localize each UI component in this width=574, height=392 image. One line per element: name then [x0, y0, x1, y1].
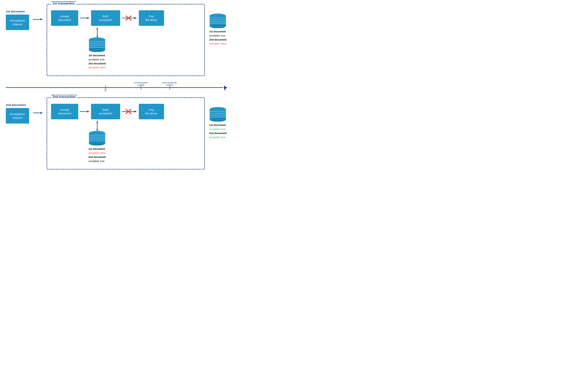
bottom-section: 2nd document Acceptancerequest 2nd trans…: [6, 97, 227, 170]
x-arrow-svg-top: [122, 15, 137, 21]
bottom-db-info: 1st document accepted: false 2nd documen…: [88, 147, 106, 163]
bottom-flow-row: Acceptdocument Bothaccepted?: [51, 104, 200, 119]
arrow-1: [33, 18, 43, 22]
v-arrow-bottom: [94, 121, 100, 131]
accept-document-bottom: Acceptdocument: [51, 104, 78, 119]
both-accepted-top: Bothaccepted?: [91, 10, 120, 26]
bottom-db-container: 1st document accepted: false 2nd documen…: [88, 121, 106, 163]
bottom-right-db: 1st document accepted: true 2nd document…: [209, 107, 227, 139]
top-db-info: 1st document accepted: true 2nd document…: [88, 54, 106, 70]
pay-driver-top: Paythe driver: [139, 10, 164, 26]
db-svg-bottom: [88, 131, 106, 145]
bottom-left: 2nd document Acceptancerequest: [6, 103, 29, 124]
svg-marker-28: [87, 111, 89, 113]
bottom-right-info: 1st document accepted: true 2nd document…: [209, 123, 226, 139]
arrow-3: [33, 111, 43, 116]
top-flow-row: Acceptdocument Bothaccepted?: [51, 10, 200, 26]
db-svg-top-right: [209, 14, 227, 28]
svg-point-45: [210, 117, 226, 122]
svg-marker-5: [134, 17, 137, 19]
v-arrow-top: [94, 28, 100, 38]
svg-point-38: [89, 141, 105, 145]
acceptance-request-bottom: Acceptancerequest: [6, 108, 29, 124]
bottom-doc-label: 2nd document: [6, 103, 26, 106]
bottom-transaction-area: 2nd transaction Acceptdocument Bothaccep…: [47, 97, 205, 170]
svg-marker-35: [96, 129, 98, 131]
top-right-db: 1st document accepted: true 2nd document…: [209, 14, 227, 46]
t1-label: T1: [104, 89, 107, 92]
db-svg-bottom-right: [209, 107, 227, 122]
diagram-container: 1st document Acceptancerequest 1st trans…: [6, 4, 227, 170]
both-accepted-bottom: Bothaccepted?: [91, 104, 120, 119]
top-db-section: 1st document accepted: true 2nd document…: [51, 28, 200, 70]
commit1-label: 1st transactioncommit: [133, 81, 148, 86]
svg-marker-1: [40, 19, 43, 20]
svg-marker-3: [87, 17, 89, 19]
svg-marker-26: [40, 112, 43, 114]
svg-marker-34: [96, 121, 98, 123]
t1-tick: [105, 85, 106, 90]
svg-point-13: [89, 48, 105, 52]
x-arrow-top: [122, 15, 137, 21]
x-arrow-bottom: [122, 109, 137, 115]
svg-marker-30: [134, 111, 137, 113]
x-arrow-svg-bottom: [122, 109, 137, 115]
db-svg-top: [88, 38, 106, 52]
bottom-transaction-label: 2nd transaction: [51, 95, 77, 99]
bottom-db-section: 1st document accepted: false 2nd documen…: [51, 121, 200, 163]
timeline: T1 1st transactioncommit 2nd transaction…: [6, 82, 227, 94]
top-right-info: 1st document accepted: true 2nd document…: [209, 30, 226, 46]
t-main-label: t: [225, 88, 226, 92]
bottom-transaction-box: 2nd transaction Acceptdocument Bothaccep…: [47, 97, 205, 170]
svg-point-20: [210, 24, 226, 28]
svg-marker-9: [96, 28, 98, 29]
commit2-label: 2nd transactioncommit: [162, 81, 177, 86]
top-doc-label: 1st document: [6, 10, 25, 13]
acceptance-request-top: Acceptancerequest: [6, 15, 29, 30]
arrow-4: [80, 110, 89, 114]
top-transaction-label: 1st transaction: [51, 1, 76, 5]
accept-document-top: Acceptdocument: [51, 10, 78, 26]
pay-driver-bottom: Paythe driver: [139, 104, 164, 119]
top-transaction-area: 1st transaction Acceptdocument Bothaccep…: [47, 4, 205, 76]
top-transaction-box: 1st transaction Acceptdocument Bothaccep…: [47, 4, 205, 76]
top-section: 1st document Acceptancerequest 1st trans…: [6, 4, 227, 76]
top-db-container: 1st document accepted: true 2nd document…: [88, 28, 106, 70]
timeline-line: [6, 87, 223, 88]
arrow-2: [80, 16, 89, 20]
svg-marker-10: [96, 36, 98, 38]
top-left: 1st document Acceptancerequest: [6, 10, 29, 30]
